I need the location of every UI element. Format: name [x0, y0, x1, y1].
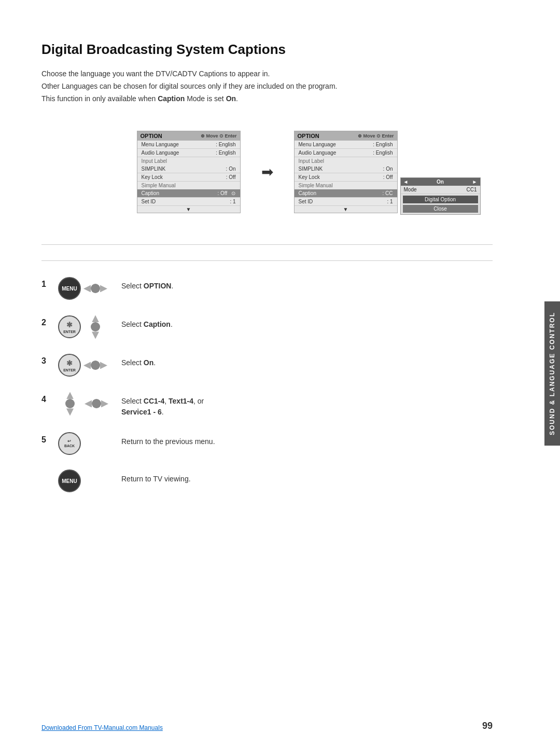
- step-1: 1 MENU Select OPTION.: [41, 276, 493, 300]
- footer-link[interactable]: Downloaded From TV-Manual.com Manuals: [41, 724, 163, 731]
- menu-button[interactable]: MENU: [58, 277, 81, 300]
- page-title: Digital Broadcasting System Captions: [41, 42, 493, 58]
- page-content: Digital Broadcasting System Captions Cho…: [0, 0, 560, 538]
- dpad-down: [92, 331, 99, 339]
- dpad-center-4: [65, 399, 75, 408]
- step-6: MENU Return to TV viewing.: [41, 469, 493, 492]
- osd-left-title: OPTION: [141, 133, 162, 139]
- intro-line-3: This function in only available when Cap…: [41, 93, 493, 105]
- popup-arrow-right: ►: [472, 179, 478, 185]
- step-3-number: 3: [41, 356, 52, 366]
- osd-right-title: OPTION: [298, 133, 319, 139]
- caption-popup: ◄ On ► Mode CC1 Digital Option Close: [400, 177, 481, 215]
- osd-right-row-audio-lang: Audio Language : English: [295, 149, 397, 157]
- step-3: 3 ✱ ENTER Select On.: [41, 353, 493, 377]
- osd-left: OPTION ⊕ Move ⊙ Enter Menu Language : En…: [137, 131, 241, 213]
- popup-digital-option: Digital Option: [403, 196, 478, 203]
- osd-right-row-input-label: Input Label: [295, 157, 397, 165]
- step-3-description: Select On.: [121, 353, 156, 368]
- osd-left-header: OPTION ⊕ Move ⊙ Enter: [137, 131, 240, 141]
- popup-on-value: On: [410, 179, 470, 185]
- osd-right-row-menu-lang: Menu Language : English: [295, 141, 397, 149]
- intro-line-2: Other Languages can be chosen for digita…: [41, 80, 493, 93]
- step-2-buttons: ✱ ENTER: [58, 315, 115, 339]
- osd-right-row-keylock: Key Lock : Off: [295, 173, 397, 182]
- dpad-left-3: [83, 362, 91, 369]
- step-4-number: 4: [41, 395, 52, 404]
- steps-section: 1 MENU Select OPTION. 2 ✱ ENTER: [41, 260, 493, 492]
- osd-right-row-simplink: SIMPLINK : On: [295, 165, 397, 173]
- osd-left-row-simple-manual: Simple Manual: [137, 182, 240, 189]
- step-3-buttons: ✱ ENTER: [58, 353, 115, 377]
- osd-left-row-caption: Caption : Off ⊙: [137, 189, 240, 198]
- step-4-buttons: [58, 392, 115, 416]
- osd-left-scroll: ▼: [137, 206, 240, 213]
- step-5: 5 ↩BACK Return to the previous menu.: [41, 432, 493, 455]
- hr-divider: [41, 244, 493, 245]
- osd-right-scroll: ▼: [295, 206, 397, 213]
- osd-left-row-input-label: Input Label: [137, 157, 240, 165]
- osd-right-header: OPTION ⊕ Move ⊙ Enter: [295, 131, 397, 141]
- dpad-ud-4: [58, 392, 82, 416]
- step-4: 4 Select CC1-4, Text1-4, or Service1 - 6…: [41, 392, 493, 418]
- arrow-right: ➡: [261, 163, 273, 181]
- dpad-up-4: [66, 392, 74, 399]
- intro-line-1: Choose the language you want the DTV/CAD…: [41, 68, 493, 80]
- dpad-ud-2: [83, 315, 107, 339]
- step-1-number: 1: [41, 280, 52, 289]
- dpad-right-3: [100, 362, 107, 369]
- dpad-center: [91, 284, 100, 293]
- osd-left-row-audio-lang: Audio Language : English: [137, 149, 240, 157]
- step-6-description: Return to TV viewing.: [121, 469, 191, 485]
- step-2: 2 ✱ ENTER Select Caption.: [41, 315, 493, 339]
- dpad-left-4: [85, 400, 92, 407]
- osd-right: OPTION ⊕ Move ⊙ Enter Menu Language : En…: [294, 131, 398, 213]
- popup-close-btn: Close: [403, 205, 478, 213]
- step-1-buttons: MENU: [58, 276, 115, 300]
- dpad-down-4: [66, 408, 74, 416]
- osd-right-controls: ⊕ Move ⊙ Enter: [358, 133, 394, 139]
- dpad-lr-4: [85, 392, 108, 416]
- step-1-description: Select OPTION.: [121, 276, 173, 292]
- dpad-right-4: [101, 400, 108, 407]
- osd-left-row-simplink: SIMPLINK : On: [137, 165, 240, 173]
- dpad-center-3: [91, 361, 100, 370]
- step-6-buttons: MENU: [58, 469, 115, 492]
- osd-right-wrapper: OPTION ⊕ Move ⊙ Enter Menu Language : En…: [294, 131, 398, 213]
- back-button[interactable]: ↩BACK: [58, 432, 81, 455]
- dpad-right: [100, 285, 107, 292]
- osd-right-row-simple-manual: Simple Manual: [295, 182, 397, 189]
- step-2-number: 2: [41, 318, 52, 327]
- step-2-description: Select Caption.: [121, 315, 173, 330]
- step-4-description: Select CC1-4, Text1-4, or Service1 - 6.: [121, 392, 204, 418]
- osd-right-row-setid: Set ID : 1: [295, 198, 397, 206]
- step-5-number: 5: [41, 435, 52, 445]
- enter-button-3[interactable]: ✱ ENTER: [58, 354, 81, 377]
- osd-left-row-menu-lang: Menu Language : English: [137, 141, 240, 149]
- page-number: 99: [482, 721, 493, 731]
- osd-right-row-caption: Caption : CC: [295, 189, 397, 198]
- dpad-center-4b: [92, 399, 101, 408]
- dpad-up: [92, 315, 99, 322]
- intro-text: Choose the language you want the DTV/CAD…: [41, 68, 493, 105]
- osd-left-row-keylock: Key Lock : Off: [137, 173, 240, 182]
- step-5-buttons: ↩BACK: [58, 432, 115, 455]
- diagrams-area: OPTION ⊕ Move ⊙ Enter Menu Language : En…: [41, 120, 493, 224]
- caption-popup-header: ◄ On ►: [401, 178, 480, 186]
- menu-button-6[interactable]: MENU: [58, 469, 81, 492]
- dpad-lr-3: [83, 353, 107, 377]
- popup-mode-row: Mode CC1: [401, 186, 480, 194]
- side-tab: SOUND & LANGUAGE CONTROL: [544, 301, 560, 446]
- step-5-description: Return to the previous menu.: [121, 432, 215, 447]
- dpad-left: [83, 285, 91, 292]
- dpad-center-2: [91, 322, 100, 331]
- popup-arrow-left: ◄: [403, 179, 409, 185]
- dpad-lr-1: [83, 276, 107, 300]
- enter-button-2[interactable]: ✱ ENTER: [58, 315, 81, 338]
- osd-left-controls: ⊕ Move ⊙ Enter: [201, 133, 237, 139]
- osd-left-row-setid: Set ID : 1: [137, 198, 240, 206]
